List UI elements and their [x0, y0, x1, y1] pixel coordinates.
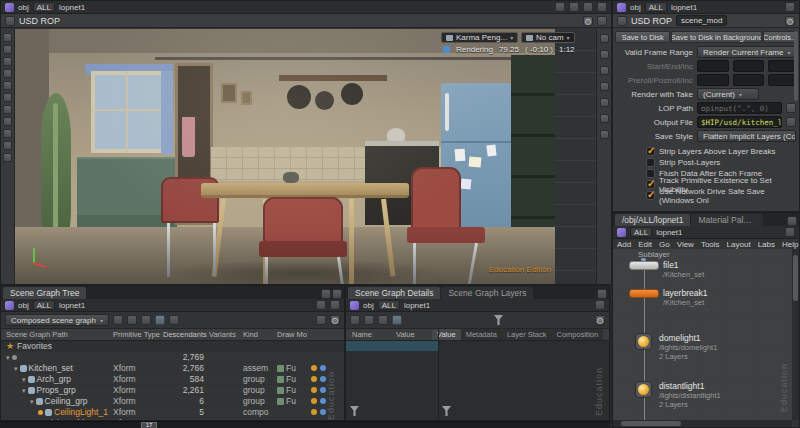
table-row-arch-grp[interactable]: Arch_grp Xform 584 group Fu	[1, 374, 344, 385]
construction-plane-icon[interactable]	[3, 117, 12, 126]
pin-icon[interactable]	[597, 16, 607, 26]
pin-selection-icon[interactable]	[392, 315, 402, 325]
node-distantlight1[interactable]	[635, 381, 652, 398]
context-path[interactable]: lopnet1	[404, 301, 430, 310]
current-frame-marker[interactable]: 17	[141, 422, 157, 428]
controls-button[interactable]: Controls...	[763, 31, 797, 43]
activation-dot-icon[interactable]	[320, 387, 326, 393]
translate-tool-icon[interactable]	[3, 57, 12, 66]
save-style-dropdown[interactable]: Flatten Implicit Layers (Collapse Implic…	[697, 130, 796, 142]
pane-split-icon[interactable]	[569, 2, 579, 12]
preroll-inc-field[interactable]	[768, 74, 796, 86]
activation-dot-icon[interactable]	[320, 376, 326, 382]
visibility-dot-icon[interactable]	[311, 376, 317, 382]
tab-scene-graph-layers[interactable]: Scene Graph Layers	[441, 287, 533, 299]
col-name[interactable]: Name	[346, 330, 396, 339]
valid-frame-range-dropdown[interactable]: Render Current Frame	[697, 46, 796, 58]
end-field[interactable]	[733, 60, 765, 72]
details-pin-icon[interactable]	[595, 300, 605, 310]
expander-icon[interactable]	[14, 363, 18, 373]
menu-labs[interactable]: Labs	[758, 240, 775, 249]
view-tab-layer-stack[interactable]: Layer Stack	[502, 329, 552, 340]
details-settings-gear-icon[interactable]	[595, 315, 605, 325]
table-row-ceiling-grp[interactable]: Ceiling_grp Xform 6 group Fu	[1, 396, 344, 407]
checkbox-track-primitive-icon[interactable]	[646, 180, 655, 189]
network-horizontal-scrollbar[interactable]	[613, 420, 792, 427]
col-scene-graph-path[interactable]: Scene Graph Path	[1, 330, 113, 339]
table-row-root[interactable]: 2,769	[1, 352, 344, 363]
graph-mode-dropdown[interactable]: Composed scene graph	[5, 314, 109, 326]
tab-network-path[interactable]: /obj/ALL/lopnet1	[615, 214, 690, 226]
expand-all-icon[interactable]	[127, 315, 137, 325]
view-tab-metadata[interactable]: Metadata	[461, 329, 502, 340]
activation-dot-icon[interactable]	[320, 409, 326, 415]
network-obj-icon[interactable]	[5, 301, 14, 310]
camera-lock-icon[interactable]	[3, 129, 12, 138]
visibility-dot-icon[interactable]	[311, 387, 317, 393]
breadcrumb-lopnet1[interactable]: lopnet1	[656, 228, 682, 237]
params-scrollbar[interactable]	[794, 31, 798, 101]
inc-field[interactable]	[768, 60, 796, 72]
node-name[interactable]: domelight1	[659, 333, 701, 343]
follow-display-flag-icon[interactable]	[155, 315, 165, 325]
menu-edit[interactable]: Edit	[638, 240, 652, 249]
details-splitter[interactable]	[438, 329, 439, 420]
scroll-thumb[interactable]	[621, 421, 681, 426]
context-path[interactable]: lopnet1	[671, 3, 697, 12]
render-with-take-dropdown[interactable]: (Current)	[697, 88, 759, 100]
activation-dot-icon[interactable]	[320, 398, 326, 404]
network-obj-icon[interactable]	[5, 3, 14, 12]
render-region-icon[interactable]	[600, 98, 609, 107]
name-filter-funnel-icon[interactable]	[350, 406, 359, 416]
sort-icon[interactable]	[378, 315, 388, 325]
network-obj-icon[interactable]	[617, 228, 626, 237]
params-pane-menu-icon[interactable]	[785, 2, 795, 12]
viewport-grid-area[interactable]	[555, 29, 596, 284]
table-row-kitchen-set[interactable]: Kitchen_set Xform 2,766 assem Fu	[1, 363, 344, 374]
filter-tree-icon[interactable]	[169, 315, 179, 325]
persp-view-icon[interactable]	[600, 34, 609, 43]
output-file-chooser-icon[interactable]	[786, 117, 796, 127]
sync-selection-icon[interactable]	[141, 315, 151, 325]
network-canvas[interactable]: Sublayer file1 /Kitchen_set layerbreak1 …	[613, 249, 792, 420]
network-obj-icon[interactable]	[350, 301, 359, 310]
pane-maximize-icon[interactable]	[583, 2, 593, 12]
context-path[interactable]: lopnet1	[59, 301, 85, 310]
handles-tool-icon[interactable]	[3, 93, 12, 102]
lop-path-field[interactable]: opinput(".", 0)	[697, 102, 782, 114]
col-primitive-type[interactable]: Primitive Type	[113, 330, 163, 339]
tree-pane-menu-icon[interactable]	[321, 289, 331, 299]
tab-scene-graph-tree[interactable]: Scene Graph Tree	[3, 287, 86, 299]
visibility-dot-icon[interactable]	[311, 365, 317, 371]
network-pin-icon[interactable]	[785, 227, 795, 237]
table-row-ceilinglight-selected[interactable]: CeilingLight_1 Xform 5 compo	[1, 407, 344, 418]
col-kind[interactable]: Kind	[243, 330, 277, 339]
start-field[interactable]	[697, 60, 729, 72]
tree-link-icon[interactable]	[330, 300, 340, 310]
context-path[interactable]: lopnet1	[59, 3, 85, 12]
draw-mode-icon[interactable]	[277, 365, 284, 372]
draw-mode-icon[interactable]	[277, 398, 284, 405]
snapshot-icon[interactable]	[600, 82, 609, 91]
collapse-all-icon[interactable]	[113, 315, 123, 325]
tree-settings-gear-icon[interactable]	[330, 315, 340, 325]
misc-tool-icon[interactable]	[3, 153, 12, 162]
menu-add[interactable]: Add	[617, 240, 631, 249]
expander-icon[interactable]	[22, 374, 26, 384]
pane-layout-icon[interactable]	[555, 2, 565, 12]
expander-icon[interactable]	[30, 396, 34, 406]
context-net[interactable]: obj	[630, 3, 641, 12]
context-net[interactable]: obj	[18, 301, 29, 310]
light-tool-icon[interactable]	[3, 141, 12, 150]
save-to-disk-background-button[interactable]: Save to Disk in Background	[671, 31, 762, 43]
favorites-row[interactable]: Favorites	[1, 341, 344, 352]
tab-material-palette[interactable]: Material Palette	[691, 214, 763, 226]
params-gear-icon[interactable]	[785, 16, 795, 26]
node-name[interactable]: file1	[663, 260, 679, 270]
node-name[interactable]: distantlight1	[659, 381, 704, 391]
selected-empty-row[interactable]	[346, 341, 438, 351]
menu-help[interactable]: Help	[782, 240, 798, 249]
table-row-props-grp[interactable]: Props_grp Xform 2,261 group Fu	[1, 385, 344, 396]
display-options-gear-icon[interactable]	[583, 16, 593, 26]
camera-view-icon[interactable]	[600, 50, 609, 59]
